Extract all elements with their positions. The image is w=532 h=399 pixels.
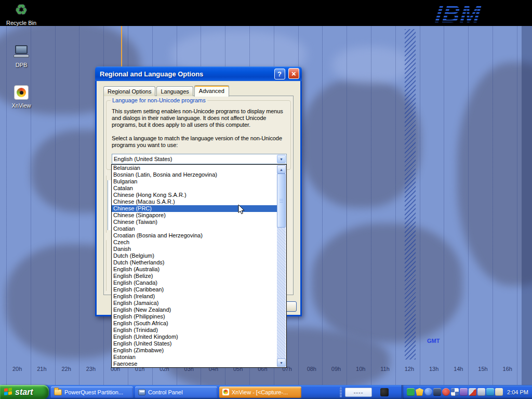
dropdown-item[interactable]: English (Australia): [112, 266, 277, 273]
tray-icon-11[interactable]: [495, 388, 503, 396]
dropdown-item[interactable]: Chinese (Hong Kong S.A.R.): [112, 192, 277, 198]
gmt-label: GMT: [427, 338, 440, 344]
tray-icon-4[interactable]: [433, 388, 441, 396]
dropdown-item[interactable]: English (United States): [112, 340, 277, 347]
combobox-value: English (United States): [114, 156, 172, 162]
taskbar-button-xnview[interactable]: XnView - [<Capture-...: [219, 387, 301, 398]
scroll-up-button[interactable]: ▲: [277, 165, 286, 174]
tray-icon-7[interactable]: [460, 388, 468, 396]
desktop-icon-label: DPB: [1, 62, 42, 68]
scrollbar-track[interactable]: [277, 174, 286, 358]
tray-icon-6[interactable]: [451, 388, 459, 396]
windows-flag-icon: [4, 388, 12, 396]
tray-icon-1[interactable]: [407, 388, 415, 396]
dropdown-item[interactable]: Catalan: [112, 185, 277, 192]
dropdown-item[interactable]: Chinese (Macau S.A.R.): [112, 198, 277, 205]
taskbar: start PowerQuest Partition... Control Pa…: [0, 385, 532, 399]
dropdown-item[interactable]: English (Ireland): [112, 293, 277, 300]
xnview-eye-icon: [12, 84, 30, 101]
dropdown-item[interactable]: English (Canada): [112, 280, 277, 286]
taskbar-button-powerquest[interactable]: PowerQuest Partition...: [51, 387, 133, 398]
hidden-groupbox-border-fragment: [106, 176, 107, 233]
start-button[interactable]: start: [0, 385, 49, 399]
dropdown-item[interactable]: English (Belize): [112, 273, 277, 280]
help-button[interactable]: ?: [274, 69, 285, 79]
language-non-unicode-groupbox: Language for non-Unicode programs This s…: [106, 100, 291, 170]
hour-label: 16h: [503, 366, 512, 372]
dropdown-item[interactable]: Belarusian: [112, 165, 277, 171]
taskbar-clock[interactable]: 2:04 PM: [507, 389, 528, 395]
dropdown-item[interactable]: English (Trinidad): [112, 327, 277, 334]
tab-languages[interactable]: Languages: [156, 86, 193, 96]
hour-label: 15h: [478, 366, 487, 372]
hour-label: 10h: [356, 366, 365, 372]
dropdown-item[interactable]: English (United Kingdom): [112, 334, 277, 340]
dropdown-item[interactable]: English (South Africa): [112, 320, 277, 327]
timezone-hatch-band: [405, 29, 416, 360]
start-label: start: [15, 388, 33, 397]
hour-label: 21h: [37, 366, 46, 372]
tab-strip: Regional Options Languages Advanced: [103, 85, 230, 96]
close-button[interactable]: ×: [288, 68, 299, 79]
dialog-title: Regional and Language Options: [100, 70, 203, 78]
dropdown-item[interactable]: English (Zimbabwe): [112, 347, 277, 354]
tray-icon-9[interactable]: [477, 388, 485, 396]
dropdown-item[interactable]: Estonian: [112, 354, 277, 361]
hour-label: 20h: [12, 366, 22, 372]
taskbar-button-control-panel[interactable]: Control Panel: [135, 387, 217, 398]
language-combobox[interactable]: English (United States) ▼: [112, 154, 287, 164]
hour-label: 12h: [405, 366, 414, 372]
tray-icon-5[interactable]: [442, 388, 450, 396]
scrollbar-thumb[interactable]: [277, 174, 286, 228]
deskband-display[interactable]: ----: [345, 388, 372, 397]
tray-icon-2[interactable]: [416, 388, 423, 396]
combobox-dropdown-button[interactable]: ▼: [277, 155, 286, 163]
dropdown-item-selected[interactable]: Chinese (PRC): [112, 205, 277, 212]
dropdown-item[interactable]: Bosnian (Latin, Bosnia and Herzegovina): [112, 171, 277, 178]
dropdown-item[interactable]: English (New Zealand): [112, 307, 277, 313]
laptop-icon: [12, 44, 30, 60]
folder-icon: [54, 389, 62, 395]
dropdown-item[interactable]: English (Caribbean): [112, 286, 277, 293]
hour-label: 13h: [429, 366, 438, 372]
dropdown-item[interactable]: Chinese (Singapore): [112, 212, 277, 219]
time-marker-line: [121, 26, 122, 68]
dropdown-item[interactable]: English (Philippines): [112, 313, 277, 320]
dropdown-item[interactable]: English (Jamaica): [112, 300, 277, 307]
dropdown-item[interactable]: Faeroese: [112, 361, 277, 367]
mouse-cursor: [238, 204, 245, 215]
groupbox-instruction-text: Select a language to match the language …: [112, 135, 291, 149]
desktop-icon-xnview[interactable]: XnView: [1, 84, 42, 109]
language-dropdown-list: Belarusian Bosnian (Latin, Bosnia and He…: [111, 164, 287, 368]
desktop-icon-dpb[interactable]: DPB: [1, 44, 42, 68]
xnview-icon: [222, 389, 229, 395]
dropdown-item[interactable]: Dutch (Belgium): [112, 252, 277, 259]
dropdown-item[interactable]: Chinese (Taiwan): [112, 219, 277, 225]
tab-regional-options[interactable]: Regional Options: [103, 86, 155, 96]
groupbox-description-text: This system setting enables non-Unicode …: [112, 108, 291, 128]
dropdown-item[interactable]: Dutch (Netherlands): [112, 259, 277, 266]
tray-icon-10[interactable]: [486, 388, 494, 396]
dropdown-items: Belarusian Bosnian (Latin, Bosnia and He…: [112, 165, 277, 367]
desktop-icon-recycle-bin[interactable]: ♻ Recycle Bin: [1, 2, 42, 26]
taskbar-button-label: Control Panel: [148, 389, 183, 395]
desktop-icon-label: XnView: [1, 102, 42, 109]
scroll-down-button[interactable]: ▼: [277, 358, 286, 367]
dialog-titlebar[interactable]: Regional and Language Options ? ×: [95, 66, 302, 81]
hour-label: 23h: [86, 366, 96, 372]
dropdown-item[interactable]: Czech: [112, 239, 277, 246]
dropdown-item[interactable]: Croatian (Bosnia and Herzegovina): [112, 232, 277, 239]
deskband-icon[interactable]: [380, 388, 389, 396]
dropdown-item[interactable]: Bulgarian: [112, 178, 277, 185]
recycle-bin-icon: ♻: [12, 2, 30, 18]
chevron-down-icon: ▼: [280, 157, 283, 161]
tray-icon-8[interactable]: [469, 388, 476, 396]
hour-label: 11h: [380, 366, 390, 372]
hidden-groupbox-border-fragment: [106, 240, 107, 291]
toolbar-grip-handle[interactable]: [340, 387, 342, 397]
tray-icon-3[interactable]: [424, 388, 432, 396]
dropdown-item[interactable]: Croatian: [112, 225, 277, 232]
dropdown-item[interactable]: Danish: [112, 246, 277, 252]
dropdown-scrollbar[interactable]: ▲ ▼: [277, 165, 286, 367]
tab-advanced[interactable]: Advanced: [194, 85, 229, 97]
